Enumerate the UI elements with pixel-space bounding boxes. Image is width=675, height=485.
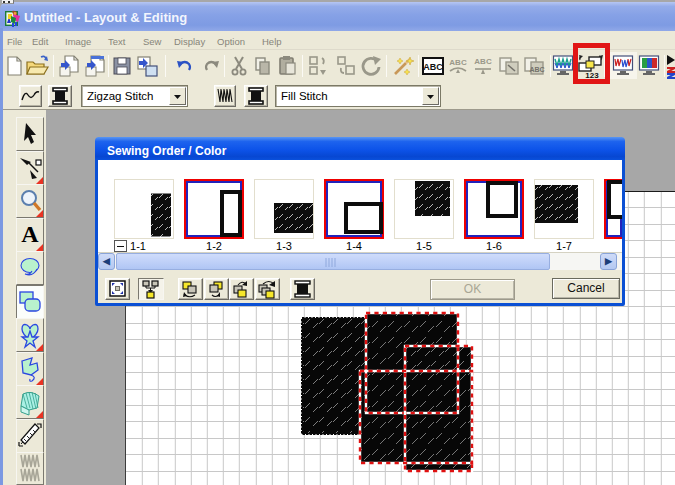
svg-text:ABC: ABC [474,57,492,66]
svg-text:ABC: ABC [529,66,544,73]
svg-text:ABC: ABC [423,62,443,72]
svg-text:ABC: ABC [449,58,467,67]
